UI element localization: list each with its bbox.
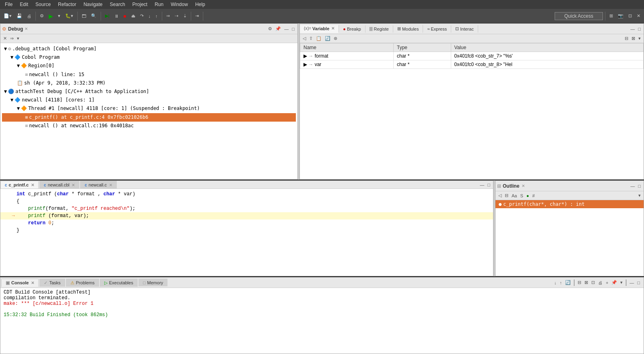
var-dropdown-icon[interactable]: ▾ xyxy=(637,35,642,41)
console-pin-icon[interactable]: 📌 xyxy=(610,279,618,286)
var-collapse-icon[interactable]: — xyxy=(629,26,636,32)
outline-minimize-icon[interactable]: — xyxy=(629,183,636,189)
run-dropdown-button[interactable]: ▾ xyxy=(56,11,62,21)
tab-variable[interactable]: (x)= Variable ✕ xyxy=(300,25,339,33)
outline-tb-3[interactable]: Aa xyxy=(510,193,518,199)
console-layout-2[interactable]: ⊠ xyxy=(583,279,589,286)
outline-tab-close[interactable]: ✕ xyxy=(522,184,525,188)
variable-tab-close[interactable]: ✕ xyxy=(331,26,334,31)
tree-item-newcall[interactable]: ≡ newcall () line: 15 xyxy=(2,70,296,79)
print-button[interactable]: 🖨 xyxy=(25,11,33,21)
stepreturn-button[interactable]: ↑ xyxy=(153,11,160,21)
menu-search[interactable]: Search xyxy=(107,1,128,8)
debug-tab-close[interactable]: ✕ xyxy=(25,27,28,31)
debug-step-icon[interactable]: ⇒ xyxy=(9,35,15,41)
tab-interactive[interactable]: ⊡ Interac xyxy=(451,25,478,33)
suspend-button[interactable]: ⏸ xyxy=(112,11,121,21)
use-step-filters-button[interactable]: ⇥ xyxy=(193,11,201,21)
tab-memory[interactable]: □ Memory xyxy=(138,279,167,286)
menu-project[interactable]: Project xyxy=(129,1,151,8)
debug-dropdown-icon[interactable]: ▾ xyxy=(16,35,21,41)
instruction-step-button[interactable]: ⇒ xyxy=(164,11,172,21)
console-scroll-down-icon[interactable]: ↓ xyxy=(553,280,558,286)
tree-item-thread1[interactable]: ▼ 🔶 Thread #1 [newcall] 4118 [core: 1] (… xyxy=(2,104,296,113)
editor-maximize-icon[interactable]: □ xyxy=(486,182,491,188)
tree-item-cprintf[interactable]: ≡ c_printf() at c_printf.c:4 0x7fbc02102… xyxy=(2,113,296,122)
open-perspective-icon[interactable]: ⊞ xyxy=(607,11,615,21)
var-layout-2[interactable]: ⊠ xyxy=(630,35,636,41)
console-maximize-icon[interactable]: □ xyxy=(636,280,641,286)
stepover-button[interactable]: ↷ xyxy=(138,11,146,21)
var-toolbar-2[interactable]: ⇧ xyxy=(308,35,314,41)
tab-expressions[interactable]: ≈ Express xyxy=(423,25,451,33)
var-layout-1[interactable]: ⊟ xyxy=(623,35,630,41)
tab-newcall-cbl[interactable]: c newcall.cbl ✕ xyxy=(39,181,79,188)
tree-item-region[interactable]: ▼ 🔶 Region[0] xyxy=(2,62,296,70)
editor-content[interactable]: int c_printf (char * format , char * var… xyxy=(0,189,493,276)
tab-c-printf-c[interactable]: c c_printf.c ✕ xyxy=(0,181,39,188)
var-row-var[interactable]: ▶ → var char * 0x401fc0 <cob_str_8> "Hel xyxy=(300,60,644,69)
menu-file[interactable]: File xyxy=(2,1,16,8)
console-new-icon[interactable]: + xyxy=(605,280,609,286)
open-perspective-button[interactable]: 🗔 xyxy=(80,11,88,21)
instruction-stepinto-button[interactable]: ⇣ xyxy=(181,11,189,21)
stop-button[interactable]: ■ xyxy=(122,11,128,21)
resume-button[interactable]: ▶| xyxy=(103,11,111,21)
tab-registers[interactable]: ||| Registe xyxy=(365,25,393,33)
outline-tb-6[interactable]: # xyxy=(531,193,536,199)
outline-tb-1[interactable]: ◁ xyxy=(497,193,503,199)
var-toolbar-3[interactable]: 📋 xyxy=(315,35,323,41)
console-layout-4[interactable]: 🖨 xyxy=(597,280,604,286)
tree-item-debug-attach[interactable]: ▼ ⚙ .debug_attach [Cobol Program] xyxy=(2,45,296,53)
var-toolbar-1[interactable]: ◁ xyxy=(301,35,307,41)
save-button[interactable]: 💾 xyxy=(14,11,24,21)
tab-console[interactable]: ▣ Console ✕ xyxy=(1,279,39,287)
newcall-c-tab-close[interactable]: ✕ xyxy=(109,183,112,187)
debug-pin-icon[interactable]: 📌 xyxy=(274,26,282,32)
outline-dropdown-icon[interactable]: ▾ xyxy=(637,193,642,199)
menu-source[interactable]: Source xyxy=(32,1,54,8)
tab-newcall-c[interactable]: c newcall.c ✕ xyxy=(80,181,117,188)
perspective-close-button[interactable]: ✕ xyxy=(635,11,642,21)
outline-item-cprintf[interactable]: ● c_printf(char*, char*) : int xyxy=(495,200,644,208)
menu-refactor[interactable]: Refactor xyxy=(55,1,79,8)
debug-button[interactable]: 🐛▾ xyxy=(63,11,75,21)
console-dropdown-icon[interactable]: ▾ xyxy=(619,279,624,286)
tree-item-newcall-4118[interactable]: ▼ 🔷 newcall [4118] [cores: 1] xyxy=(2,96,296,104)
perspective-settings-button[interactable]: ⊡ xyxy=(626,11,634,21)
var-maximize-icon[interactable]: □ xyxy=(637,26,642,32)
newcall-cbl-tab-close[interactable]: ✕ xyxy=(72,183,75,187)
var-toolbar-5[interactable]: ⊛ xyxy=(332,35,339,41)
debug-maximize-icon[interactable]: □ xyxy=(291,26,296,32)
search-global-button[interactable]: 🔍 xyxy=(89,11,99,21)
debug-config-button[interactable]: ⚙ xyxy=(38,11,46,21)
tree-item-sh[interactable]: 📋 sh (Apr 9, 2018, 3:32:33 PM) xyxy=(2,79,296,87)
tab-executables[interactable]: ▷ Executables xyxy=(100,279,138,287)
run-button[interactable]: ▶ xyxy=(47,11,55,21)
debug-minimize-icon[interactable]: — xyxy=(283,26,290,32)
tab-breakpoints[interactable]: ● Breakp xyxy=(339,25,365,33)
tree-item-newcall-at[interactable]: ≡ newcall () at newcall.c:196 0x4018ac xyxy=(2,122,296,130)
quick-access-box[interactable]: Quick Access xyxy=(555,12,603,20)
console-layout-3[interactable]: ⊡ xyxy=(590,279,596,286)
menu-edit[interactable]: Edit xyxy=(17,1,31,8)
menu-window[interactable]: Window xyxy=(167,1,191,8)
instruction-stepover-button[interactable]: ⇢ xyxy=(173,11,180,21)
var-format-expand[interactable]: ▶ xyxy=(303,53,307,59)
var-var-expand[interactable]: ▶ xyxy=(303,62,307,67)
tab-problems[interactable]: ⚠ Problems xyxy=(66,279,99,287)
console-tab-close[interactable]: ✕ xyxy=(31,281,34,285)
outline-maximize-icon[interactable]: □ xyxy=(637,183,642,189)
outline-tb-5[interactable]: ● xyxy=(525,193,530,199)
console-minimize-icon[interactable]: — xyxy=(628,280,635,286)
menu-help[interactable]: Help xyxy=(192,1,208,8)
console-scroll-up-icon[interactable]: ↑ xyxy=(558,280,563,286)
tab-modules[interactable]: ⊞ Modules xyxy=(393,25,423,33)
outline-tb-2[interactable]: ⊟ xyxy=(504,193,510,199)
var-row-format[interactable]: ▶ → format char * 0x401fc8 <cob_str_7> "… xyxy=(300,52,644,60)
new-button[interactable]: 📄▾ xyxy=(2,11,14,21)
console-layout-1[interactable]: ⊟ xyxy=(576,279,582,286)
menu-navigate[interactable]: Navigate xyxy=(80,1,105,8)
var-toolbar-4[interactable]: 🔄 xyxy=(324,35,332,41)
debug-clear-icon[interactable]: ✕ xyxy=(2,35,8,41)
